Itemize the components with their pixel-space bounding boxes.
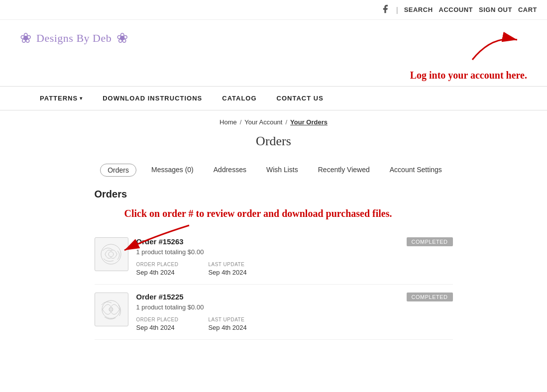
order-thumbnail-2	[95, 293, 128, 326]
arrow-area	[410, 35, 527, 70]
order-placed-group-1: ORDER PLACED Sep 4th 2024	[136, 262, 179, 276]
order-dates-1: ORDER PLACED Sep 4th 2024 LAST UPDATE Se…	[136, 262, 453, 276]
nav-catalog[interactable]: CATALOG	[212, 87, 266, 110]
order-placed-group-2: ORDER PLACED Sep 4th 2024	[136, 317, 179, 331]
breadcrumb: Home / Your Account / Your Orders	[0, 110, 547, 130]
signout-link[interactable]: SIGN OUT	[479, 6, 512, 13]
login-hint-text: Log into your account here.	[410, 70, 527, 81]
tab-addresses[interactable]: Addresses	[209, 164, 251, 177]
main-nav: PATTERNS ▾ DOWNLOAD INSTRUCTIONS CATALOG…	[0, 86, 547, 110]
svg-point-3	[109, 252, 113, 257]
login-hint-area: Log into your account here.	[410, 30, 527, 81]
breadcrumb-home[interactable]: Home	[219, 118, 237, 126]
order-thumb-img-1	[98, 241, 125, 268]
search-link[interactable]: SEARCH	[404, 6, 433, 13]
tab-orders[interactable]: Orders	[100, 164, 136, 177]
facebook-icon[interactable]	[380, 4, 390, 15]
last-update-group-2: LAST UPDATE Sep 4th 2024	[208, 317, 246, 331]
header: ❀ Designs By Deb ❀ Log into your account…	[0, 20, 547, 86]
order-placed-label-2: ORDER PLACED	[136, 317, 179, 322]
order-total-2: 1 product totaling $0.00	[136, 303, 453, 311]
order-placed-date-1: Sep 4th 2024	[136, 269, 175, 276]
order-number-2[interactable]: Order #15225	[136, 293, 184, 301]
click-hint-area: Click on order # to review order and dow…	[95, 208, 453, 224]
nav-contact[interactable]: CONTACT US	[267, 87, 333, 110]
order-placed-date-2: Sep 4th 2024	[136, 324, 175, 331]
orders-outer: Orders Click on order # to review order …	[75, 189, 473, 340]
tab-recently-viewed[interactable]: Recently Viewed	[313, 164, 375, 177]
dropdown-chevron-icon: ▾	[80, 96, 83, 101]
order-thumbnail-1	[95, 237, 128, 271]
tab-messages[interactable]: Messages (0)	[146, 164, 199, 177]
breadcrumb-account[interactable]: Your Account	[244, 118, 282, 126]
nav-download[interactable]: DOWNLOAD INSTRUCTIONS	[93, 87, 212, 110]
order-header-2: Order #15225 COMPLETED	[136, 293, 453, 301]
cart-link[interactable]: CART	[518, 6, 537, 13]
last-update-date-1: Sep 4th 2024	[208, 269, 246, 276]
breadcrumb-sep-1: /	[240, 118, 242, 126]
svg-point-5	[109, 307, 113, 311]
logo-flower-right: ❀	[116, 30, 128, 46]
orders-section: Orders Click on order # to review order …	[85, 189, 463, 340]
order-thumb-img-2	[98, 296, 125, 323]
orders-section-title: Orders	[95, 189, 453, 200]
order-card-2: Order #15225 COMPLETED 1 product totalin…	[95, 285, 453, 340]
last-update-label-2: LAST UPDATE	[208, 317, 246, 322]
breadcrumb-sep-2: /	[285, 118, 287, 126]
account-link[interactable]: ACCOUNT	[439, 6, 473, 13]
last-update-date-2: Sep 4th 2024	[208, 324, 246, 331]
last-update-label-1: LAST UPDATE	[208, 262, 246, 267]
logo-text: Designs By Deb	[36, 32, 111, 45]
account-tabs: Orders Messages (0) Addresses Wish Lists…	[0, 159, 547, 189]
breadcrumb-current: Your Orders	[290, 118, 328, 126]
nav-patterns[interactable]: PATTERNS ▾	[30, 87, 93, 110]
separator: |	[396, 6, 398, 14]
order-content-2: Order #15225 COMPLETED 1 product totalin…	[136, 293, 453, 331]
tab-account-settings[interactable]: Account Settings	[385, 164, 447, 177]
arrow-svg	[462, 30, 522, 65]
top-bar: | SEARCH ACCOUNT SIGN OUT CART	[0, 0, 547, 20]
order-dates-2: ORDER PLACED Sep 4th 2024 LAST UPDATE Se…	[136, 317, 453, 331]
order-status-1: COMPLETED	[407, 237, 453, 246]
page-title: Orders	[0, 130, 547, 159]
logo-flower-left: ❀	[20, 30, 31, 46]
last-update-group-1: LAST UPDATE Sep 4th 2024	[208, 262, 246, 276]
order-status-2: COMPLETED	[407, 293, 453, 301]
tab-wishlists[interactable]: Wish Lists	[261, 164, 303, 177]
click-hint-text: Click on order # to review order and dow…	[124, 208, 392, 219]
order-placed-label-1: ORDER PLACED	[136, 262, 179, 267]
logo-area: ❀ Designs By Deb ❀	[20, 30, 128, 46]
